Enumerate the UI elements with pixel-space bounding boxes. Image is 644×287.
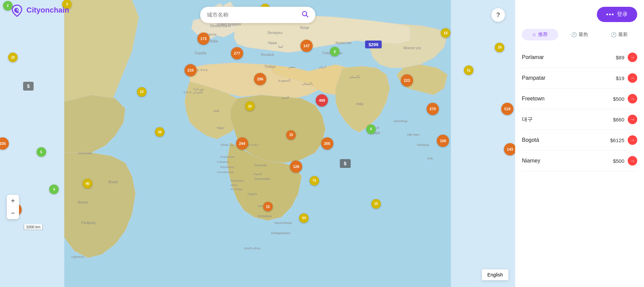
map-marker[interactable]: 18 xyxy=(441,28,450,38)
svg-text:tî Bêafrîka: tî Bêafrîka xyxy=(217,160,230,164)
city-arrow-button[interactable]: → xyxy=(628,53,637,62)
svg-text:لیبیا: لیبیا xyxy=(278,44,283,48)
map-marker[interactable]: 143 xyxy=(504,143,515,155)
tab-hottest[interactable]: 🕐 最热 xyxy=(562,29,598,40)
city-item[interactable]: 대구 $660 → xyxy=(522,109,637,130)
svg-text:Việt Nam: Việt Nam xyxy=(407,133,420,136)
svg-text:du Congo: du Congo xyxy=(231,188,242,191)
city-price: $19 xyxy=(616,75,624,81)
svg-text:ዓ.ጽ.ሶ الجزائر: ዓ.ጽ.ሶ الجزائر xyxy=(183,90,203,94)
map-marker[interactable]: 51 xyxy=(464,65,473,75)
map-marker[interactable]: 15 xyxy=(263,202,273,211)
map-marker[interactable]: 173 xyxy=(197,33,210,45)
map-marker[interactable]: 10 xyxy=(245,101,255,111)
zoom-controls: + − xyxy=(7,195,19,219)
svg-text:Niger: Niger xyxy=(217,126,225,130)
city-arrow-button[interactable]: → xyxy=(628,115,637,124)
svg-text:Brasil: Brasil xyxy=(109,180,118,184)
svg-text:Беларусь: Беларусь xyxy=(268,31,283,35)
logo-text: Cityonchain xyxy=(26,6,69,15)
map-marker[interactable]: 6 xyxy=(330,47,339,56)
map-marker[interactable]: 5 xyxy=(37,147,46,157)
map-marker[interactable]: 26 xyxy=(8,53,18,62)
svg-text:ایران: ایران xyxy=(319,65,326,69)
tab-recommended[interactable]: ☆ 推荐 xyxy=(522,29,558,40)
map-marker[interactable]: 4 xyxy=(366,125,376,134)
svg-line-58 xyxy=(306,15,308,17)
map-marker[interactable]: 519 xyxy=(501,103,513,115)
map-marker[interactable]: 244 xyxy=(236,137,248,150)
map-marker[interactable]: 106 xyxy=(437,135,449,147)
map-marker[interactable]: 210 xyxy=(184,64,197,76)
svg-text:démo.: démo. xyxy=(231,184,238,187)
search-button[interactable] xyxy=(301,10,309,20)
map-marker[interactable]: 75 xyxy=(310,176,319,186)
svg-text:Angola: Angola xyxy=(248,192,257,196)
map-marker[interactable]: 54 xyxy=(299,213,309,223)
svg-text:ኢትዮጵያ: ኢትዮጵያ xyxy=(248,143,259,147)
price-tag-299: $299 xyxy=(365,41,382,49)
map-marker[interactable]: 223 xyxy=(401,74,413,87)
map-marker[interactable]: 205 xyxy=(321,137,333,150)
search-bar[interactable] xyxy=(200,7,315,23)
map-marker[interactable]: 15 xyxy=(286,130,296,140)
city-arrow-button[interactable]: → xyxy=(628,73,637,83)
city-price: $500 xyxy=(613,96,624,102)
city-name: 대구 xyxy=(522,116,533,123)
city-name: Freetown xyxy=(522,96,545,102)
svg-text:Tchad شاد: Tchad شاد xyxy=(220,143,235,147)
svg-text:Zimbabwe: Zimbabwe xyxy=(258,214,272,218)
svg-text:Centrafricaine: Centrafricaine xyxy=(217,171,234,174)
city-arrow-button[interactable]: → xyxy=(628,94,637,103)
svg-text:Казакстан: Казакстан xyxy=(336,41,351,45)
map-marker[interactable]: 4 xyxy=(49,185,59,194)
svg-point-56 xyxy=(16,8,18,11)
svg-text:Украи: Украи xyxy=(268,41,277,45)
svg-text:Bolivia: Bolivia xyxy=(78,200,88,204)
map-marker[interactable]: 270 xyxy=(427,103,439,115)
svg-text:Norge: Norge xyxy=(300,26,310,30)
map-marker[interactable]: 296 xyxy=(254,73,266,85)
svg-text:پاکستان: پاکستان xyxy=(302,82,313,86)
login-icon xyxy=(606,14,613,15)
city-price: $500 xyxy=(613,158,624,164)
zoom-out-button[interactable]: − xyxy=(7,207,19,219)
map-marker[interactable]: 90 xyxy=(83,179,92,188)
city-item[interactable]: Freetown $500 → xyxy=(522,89,637,109)
map-marker[interactable]: 147 xyxy=(300,40,313,52)
search-input[interactable] xyxy=(207,12,301,18)
logo[interactable]: Cityonchain xyxy=(10,3,69,17)
map-marker[interactable]: 10 xyxy=(137,87,147,97)
city-item[interactable]: Pampatar $19 → xyxy=(522,68,637,89)
map-marker[interactable]: 277 xyxy=(231,47,243,59)
dollar-tag-1: $ xyxy=(23,82,34,91)
map-marker[interactable]: 28 xyxy=(495,43,504,52)
tab-bar: ☆ 推荐 🕐 最热 🕐 最新 xyxy=(522,29,637,40)
svg-text:République: République xyxy=(231,179,245,182)
right-panel: 登录 ☆ 推荐 🕐 最热 🕐 最新 Porlamar $89 → Pampata… xyxy=(515,0,644,287)
login-button[interactable]: 登录 xyxy=(597,7,637,22)
map-marker[interactable]: 126 xyxy=(290,160,302,173)
city-item[interactable]: Porlamar $89 → xyxy=(522,47,637,68)
city-right: $500 → xyxy=(613,156,637,166)
zoom-in-button[interactable]: + xyxy=(7,195,19,207)
svg-text:South Africa: South Africa xyxy=(244,247,261,250)
city-arrow-button[interactable]: → xyxy=(628,135,637,145)
svg-text:Argentina: Argentina xyxy=(71,255,84,259)
svg-text:Монгол улс: Монгол улс xyxy=(404,46,422,50)
city-item[interactable]: Niamey $500 → xyxy=(522,151,637,171)
tab-hottest-icon: 🕐 xyxy=(571,32,577,37)
help-button[interactable]: ? xyxy=(491,8,505,22)
city-arrow-button[interactable]: → xyxy=(628,156,637,166)
svg-text:République: République xyxy=(220,166,234,169)
language-button[interactable]: English xyxy=(482,269,508,280)
map-marker[interactable]: 39 xyxy=(155,127,164,137)
tab-newest[interactable]: 🕐 最新 xyxy=(601,29,637,40)
svg-text:الصومال: الصومال xyxy=(253,172,262,175)
city-list: Porlamar $89 → Pampatar $19 → Freetown $… xyxy=(522,47,637,280)
city-item[interactable]: Bogotá $6125 → xyxy=(522,130,637,151)
map-marker[interactable]: 499 xyxy=(316,94,328,107)
map-container[interactable]: Deutschland France Italia España Maroc ሞ… xyxy=(0,0,515,287)
tab-recommended-label: 推荐 xyxy=(538,32,548,38)
map-marker[interactable]: 15 xyxy=(371,199,381,209)
